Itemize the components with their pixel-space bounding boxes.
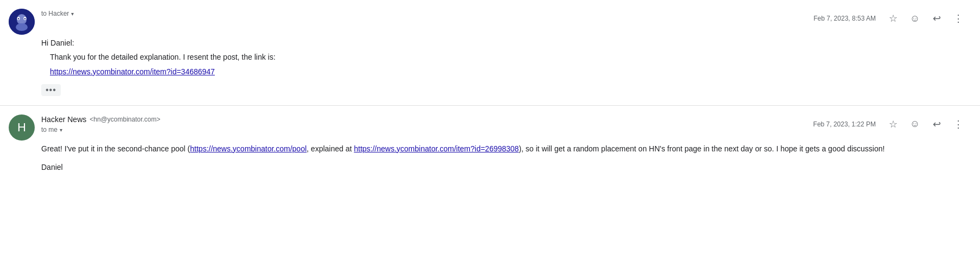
message-1-header: to Hacker ▾ Feb 7, 2023, 8:53 AM ☆ ☺ ↩ ⋮ bbox=[9, 9, 967, 35]
star-icon-2: ☆ bbox=[889, 118, 898, 130]
message-1-emoji-button[interactable]: ☺ bbox=[906, 10, 924, 27]
message-2-emoji-button[interactable]: ☺ bbox=[906, 116, 924, 133]
email-message-1: to Hacker ▾ Feb 7, 2023, 8:53 AM ☆ ☺ ↩ ⋮ bbox=[0, 0, 980, 105]
message-1-left: to Hacker ▾ bbox=[9, 9, 74, 35]
svg-point-5 bbox=[24, 18, 26, 19]
emoji-icon-1: ☺ bbox=[910, 13, 920, 24]
message-2-signature: Daniel bbox=[41, 161, 967, 173]
svg-point-6 bbox=[16, 23, 28, 31]
ellipsis-text-1: ••• bbox=[46, 85, 56, 95]
message-2-sender-email: <hn@ycombinator.com> bbox=[90, 116, 160, 123]
message-2-more-button[interactable]: ⋮ bbox=[950, 116, 967, 133]
email-message-2: H Hacker News <hn@ycombinator.com> to me… bbox=[0, 105, 980, 184]
message-1-link[interactable]: https://news.ycombinator.com/item?id=346… bbox=[50, 67, 215, 76]
message-1-sender-info: to Hacker ▾ bbox=[41, 9, 74, 17]
message-1-link-line: https://news.ycombinator.com/item?id=346… bbox=[50, 66, 967, 78]
message-1-line1: Thank you for the detailed explanation. … bbox=[50, 51, 967, 63]
message-2-link2[interactable]: https://news.ycombinator.com/item?id=269… bbox=[354, 144, 519, 153]
message-2-recipient-text: to me bbox=[41, 126, 58, 133]
message-2-body: Great! I've put it in the second-chance … bbox=[41, 143, 967, 174]
message-2-star-button[interactable]: ☆ bbox=[884, 116, 902, 133]
message-2-actions: Feb 7, 2023, 1:22 PM ☆ ☺ ↩ ⋮ bbox=[813, 116, 967, 133]
message-2-recipient-chevron[interactable]: ▾ bbox=[60, 127, 62, 133]
message-1-body: Hi Daniel: Thank you for the detailed ex… bbox=[41, 37, 967, 97]
message-1-greeting: Hi Daniel: bbox=[41, 37, 967, 49]
message-1-date: Feb 7, 2023, 8:53 AM bbox=[813, 15, 876, 22]
message-2-link1[interactable]: https://news.ycombinator.com/pool bbox=[190, 144, 307, 153]
more-icon-1: ⋮ bbox=[953, 12, 963, 24]
message-1-reply-button[interactable]: ↩ bbox=[928, 10, 945, 27]
message-2-reply-button[interactable]: ↩ bbox=[928, 116, 945, 133]
message-2-body-line1: Great! I've put it in the second-chance … bbox=[41, 143, 967, 155]
message-1-star-button[interactable]: ☆ bbox=[884, 10, 902, 27]
svg-point-4 bbox=[18, 18, 19, 19]
message-2-date: Feb 7, 2023, 1:22 PM bbox=[813, 120, 876, 128]
message-2-sender-info: Hacker News <hn@ycombinator.com> to me ▾ bbox=[41, 114, 161, 134]
message-2-sender-name: Hacker News bbox=[41, 114, 86, 125]
avatar-1 bbox=[9, 9, 35, 35]
message-1-ellipsis-button[interactable]: ••• bbox=[41, 84, 61, 96]
message-1-recipient-text: to Hacker bbox=[41, 10, 69, 17]
message-2-recipient-line: to me ▾ bbox=[41, 126, 161, 133]
message-2-left: H Hacker News <hn@ycombinator.com> to me… bbox=[9, 114, 161, 141]
message-2-body-suffix: ), so it will get a random placement on … bbox=[519, 144, 884, 153]
star-icon-1: ☆ bbox=[889, 12, 898, 24]
message-2-body-prefix: Great! I've put it in the second-chance … bbox=[41, 144, 190, 153]
message-1-recipient-chevron[interactable]: ▾ bbox=[71, 11, 74, 17]
avatar-2: H bbox=[9, 114, 35, 141]
avatar-svg-1 bbox=[9, 9, 35, 35]
email-thread: to Hacker ▾ Feb 7, 2023, 8:53 AM ☆ ☺ ↩ ⋮ bbox=[0, 0, 980, 184]
reply-icon-1: ↩ bbox=[933, 12, 941, 24]
message-1-more-button[interactable]: ⋮ bbox=[950, 10, 967, 27]
reply-icon-2: ↩ bbox=[933, 118, 941, 130]
more-icon-2: ⋮ bbox=[953, 118, 963, 130]
message-1-actions: Feb 7, 2023, 8:53 AM ☆ ☺ ↩ ⋮ bbox=[813, 10, 967, 27]
message-2-body-mid: , explained at bbox=[307, 144, 354, 153]
avatar-2-letter: H bbox=[17, 120, 26, 135]
message-1-recipient-line: to Hacker ▾ bbox=[41, 10, 74, 17]
emoji-icon-2: ☺ bbox=[910, 118, 920, 130]
message-2-header: H Hacker News <hn@ycombinator.com> to me… bbox=[9, 114, 967, 141]
